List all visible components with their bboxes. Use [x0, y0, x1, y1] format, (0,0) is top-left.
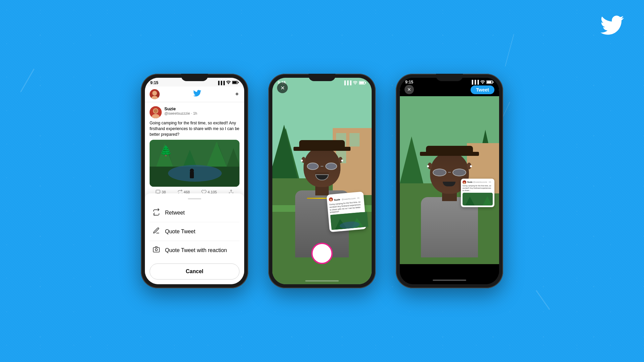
floating-tweet-user: Suzie [334, 198, 340, 201]
floating-tweet-text: Going camping for the first time, so exc… [329, 201, 363, 214]
svg-point-19 [190, 169, 194, 173]
phone-2-screen: 9:15 ▐▐▐ ✕ [272, 78, 372, 284]
wifi-icon [226, 80, 231, 85]
svg-point-17 [168, 165, 222, 182]
tweet-avatar [150, 106, 162, 118]
retweet-bottom-sheet: Retweet Quote Tweet [145, 193, 244, 284]
quote-tweet-reaction-label: Quote Tweet with reaction [165, 247, 227, 253]
phone-3-time: 9:15 [405, 80, 413, 84]
svg-point-3 [152, 91, 157, 96]
phones-container: 9:15 ▐▐▐ [141, 74, 503, 288]
close-x-icon: ✕ [280, 85, 285, 91]
sheet-handle [188, 198, 201, 199]
camera-close-button[interactable]: ✕ [277, 82, 288, 93]
user-avatar-header[interactable] [150, 89, 160, 99]
svg-rect-44 [493, 81, 494, 83]
retweet-icon [152, 208, 160, 217]
phone-3: 9:15 ▐▐▐ ✕ Tweet [396, 74, 503, 288]
retweet-label: Retweet [165, 210, 185, 216]
quote-tweet-label: Quote Tweet [165, 229, 195, 235]
camera-icon [152, 246, 160, 255]
phone-2-home-indicator [305, 280, 339, 282]
phone-3-notch [436, 74, 463, 81]
svg-point-4 [151, 96, 158, 99]
floating-tweet-image [330, 212, 365, 230]
tweet-text: Going camping for the first time, so exc… [150, 120, 239, 137]
tweet-user-info: Suzie @sweetsuzzzie · 1h [164, 106, 239, 115]
tweet-card: Suzie @sweetsuzzzie · 1h Going camping f… [145, 102, 244, 201]
svg-point-36 [330, 198, 332, 201]
quote-tweet-reaction-option[interactable]: Quote Tweet with reaction [150, 241, 239, 259]
svg-rect-20 [153, 248, 159, 252]
phone-3-screen: 9:15 ▐▐▐ ✕ Tweet [400, 78, 499, 284]
capture-button[interactable] [311, 243, 333, 264]
floating-tweet-handle: @sweetsuzzzie · 1h [341, 197, 360, 200]
quote-tweet-icon [152, 227, 160, 236]
svg-rect-35 [365, 82, 366, 83]
svg-point-8 [154, 109, 158, 113]
video-floating-tweet: Suzie @sweetsuzzzie · 1h Going camping f… [461, 179, 494, 207]
phone-1-screen: 9:15 ▐▐▐ [145, 78, 244, 284]
phone-1-time: 9:15 [150, 80, 158, 85]
video-content-area: Suzie @sweetsuzzzie · 1h Going camping f… [400, 89, 499, 264]
tweet-user-row: Suzie @sweetsuzzzie · 1h [150, 106, 239, 118]
tweet-username: Suzie [164, 106, 239, 111]
battery-icon [232, 80, 239, 85]
camera-view: 9:15 ▐▐▐ ✕ [272, 78, 372, 284]
svg-point-52 [463, 184, 466, 184]
tweet-image [150, 140, 239, 187]
signal-icon: ▐▐▐ [217, 81, 225, 85]
camera-3-close-button[interactable]: ✕ [405, 85, 414, 94]
cancel-button[interactable]: Cancel [150, 263, 239, 280]
phone-1: 9:15 ▐▐▐ [141, 74, 248, 288]
phone-1-notch [181, 74, 208, 81]
tweet-handle: @sweetsuzzzie · 1h [164, 111, 239, 115]
retweet-option[interactable]: Retweet [150, 203, 239, 222]
svg-rect-1 [232, 81, 237, 83]
svg-rect-2 [238, 82, 239, 83]
quote-tweet-option[interactable]: Quote Tweet [150, 222, 239, 241]
phone-1-status-icons: ▐▐▐ [217, 80, 239, 85]
camera-view-dark: 9:15 ▐▐▐ ✕ Tweet [400, 78, 499, 284]
twitter-logo-corner [600, 13, 624, 42]
twitter-bird-icon [193, 89, 201, 99]
floating-tweet-card: Suzie @sweetsuzzzie · 1h Going camping f… [326, 191, 366, 232]
phone-3-home-indicator [433, 280, 466, 281]
phone-2-notch [309, 74, 335, 81]
phone-1-home-indicator [178, 280, 211, 282]
svg-point-21 [155, 249, 157, 251]
svg-rect-34 [359, 82, 364, 84]
sparkle-icon[interactable]: ✦ [234, 90, 239, 98]
tweet-button[interactable]: Tweet [471, 85, 494, 94]
svg-rect-43 [487, 81, 491, 83]
twitter-app-header: ✦ [145, 86, 244, 102]
phone-2: 9:15 ▐▐▐ ✕ [268, 74, 376, 288]
